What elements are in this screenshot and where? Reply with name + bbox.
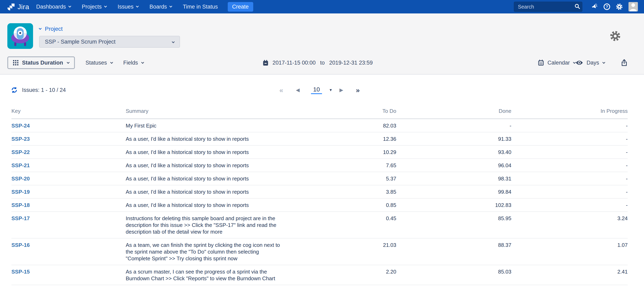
todo-cell: 21.03 [282, 238, 396, 265]
report-toolbar: Status Duration Statuses Fields 2017-11-… [7, 56, 628, 69]
summary-cell: As a user, I'd like a historical story t… [126, 198, 282, 212]
project-select[interactable]: SSP - Sample Scrum Project [39, 36, 180, 48]
nav-item-label: Dashboards [36, 4, 66, 10]
previous-page-button[interactable]: ◀ [296, 88, 300, 92]
summary-cell: As a user, I'd like a historical story t… [126, 159, 282, 172]
issue-key-link[interactable]: SSP-20 [12, 175, 30, 182]
chevron-down-icon [169, 5, 172, 7]
todo-cell: 10.29 [282, 146, 396, 159]
issue-key-link[interactable]: SSP-23 [12, 136, 30, 142]
nav-item-boards[interactable]: Boards [149, 4, 172, 10]
admin-gear-icon[interactable] [616, 3, 623, 10]
issue-key-link[interactable]: SSP-21 [12, 162, 30, 168]
calendar-type-label: Calendar [548, 60, 570, 66]
todo-cell: 12.36 [282, 132, 396, 146]
help-icon[interactable]: ? [604, 3, 610, 10]
nav-item-time-in-status[interactable]: Time in Status [183, 4, 218, 10]
grid-icon [13, 60, 18, 65]
key-cell: SSP-24 [12, 119, 126, 132]
todo-cell: 2.20 [282, 265, 396, 285]
create-button[interactable]: Create [228, 2, 253, 12]
table-row: SSP-16As a team, we can finish the sprin… [12, 238, 628, 265]
done-cell: - [396, 119, 511, 132]
column-header-key[interactable]: Key [12, 108, 126, 119]
table-row: SSP-19As a user, I'd like a historical s… [12, 185, 628, 198]
issues-count-label: Issues: 1 - 10 / 24 [22, 87, 66, 93]
nav-item-dashboards[interactable]: Dashboards [36, 4, 71, 10]
jira-logo[interactable]: Jira [6, 2, 29, 11]
inprogress-cell: - [511, 172, 628, 185]
summary-cell: Instructions for deleting this sample bo… [126, 212, 282, 238]
announcement-icon[interactable] [591, 4, 598, 10]
inprogress-cell: 2.41 [511, 265, 628, 285]
page-size-caret-icon[interactable]: ▼ [329, 88, 332, 92]
export-icon[interactable] [621, 59, 628, 66]
key-cell: SSP-16 [12, 238, 126, 265]
inprogress-cell: 1.07 [511, 238, 628, 265]
key-cell: SSP-21 [12, 159, 126, 172]
last-page-button[interactable]: » [356, 87, 360, 94]
table-row: SSP-18As a user, I'd like a historical s… [12, 198, 628, 212]
inprogress-cell: - [511, 146, 628, 159]
list-controls: Issues: 1 - 10 / 24 « ◀ 10 ▼ ▶ » [12, 84, 628, 96]
date-to-word: to [320, 60, 325, 66]
issue-key-link[interactable]: SSP-22 [12, 149, 30, 155]
nav-item-projects[interactable]: Projects [82, 4, 107, 10]
issue-key-link[interactable]: SSP-15 [12, 269, 30, 275]
time-unit-label: Days [586, 60, 599, 66]
project-block: Project SSP - Sample Scrum Project [39, 26, 180, 48]
calendar-type-dropdown[interactable]: Calendar [538, 59, 576, 66]
issue-key-link[interactable]: SSP-19 [12, 189, 30, 195]
statuses-label: Statuses [86, 60, 107, 66]
inprogress-cell: 3.24 [511, 212, 628, 238]
done-cell: 91.33 [396, 132, 511, 146]
done-cell: 99.84 [396, 185, 511, 198]
page-size-select[interactable]: 10 [311, 86, 322, 94]
todo-cell: 0.45 [282, 212, 396, 238]
date-to: 2019-12-31 23:59 [329, 60, 372, 66]
pagination: « ◀ 10 ▼ ▶ » [279, 84, 360, 96]
report-type-dropdown[interactable]: Status Duration [7, 56, 75, 69]
column-header-inprogress[interactable]: In Progress [511, 108, 628, 119]
search-box [514, 2, 582, 12]
first-page-button[interactable]: « [279, 87, 283, 94]
chevron-down-icon [39, 27, 42, 30]
nav-item-issues[interactable]: Issues [118, 4, 138, 10]
date-range-picker[interactable]: 2017-11-15 00:00 to 2019-12-31 23:59 [262, 59, 373, 66]
inprogress-cell: - [511, 185, 628, 198]
key-cell: SSP-15 [12, 265, 126, 285]
search-icon[interactable] [574, 4, 580, 9]
done-cell: 96.04 [396, 159, 511, 172]
issue-key-link[interactable]: SSP-24 [12, 123, 30, 129]
summary-cell: As a user, I'd like a historical story t… [126, 172, 282, 185]
user-avatar[interactable] [628, 2, 638, 11]
column-header-done[interactable]: Done [396, 108, 511, 119]
issue-key-link[interactable]: SSP-18 [12, 202, 30, 208]
todo-cell: 3.85 [282, 185, 396, 198]
table-row: SSP-15As a scrum master, I can see the p… [12, 265, 628, 285]
fields-dropdown[interactable]: Fields [123, 60, 144, 66]
issue-key-link[interactable]: SSP-17 [12, 215, 30, 221]
summary-cell: My First Epic [126, 119, 282, 132]
table-header-row: Key Summary To Do Done In Progress [12, 108, 628, 119]
jira-logo-icon [6, 2, 16, 11]
report-settings-gear-icon[interactable] [610, 30, 621, 41]
project-label[interactable]: Project [39, 26, 180, 32]
statuses-dropdown[interactable]: Statuses [86, 60, 113, 66]
issues-tbody: SSP-24My First Epic82.03--SSP-23As a use… [12, 119, 628, 285]
report-type-label: Status Duration [22, 60, 63, 66]
date-from: 2017-11-15 00:00 [272, 60, 316, 66]
inprogress-cell: - [511, 132, 628, 146]
column-header-summary[interactable]: Summary [126, 108, 282, 119]
done-cell: 88.37 [396, 238, 511, 265]
chevron-down-icon [67, 61, 70, 64]
search-input[interactable] [514, 2, 582, 12]
issue-key-link[interactable]: SSP-16 [12, 242, 30, 248]
time-unit-dropdown[interactable]: Days [576, 60, 605, 66]
nav-menu: DashboardsProjectsIssuesBoardsTime in St… [36, 4, 229, 10]
column-header-todo[interactable]: To Do [282, 108, 396, 119]
chevron-down-icon [141, 61, 144, 64]
refresh-icon[interactable] [12, 87, 17, 93]
project-label-text: Project [45, 26, 63, 32]
next-page-button[interactable]: ▶ [340, 88, 343, 92]
